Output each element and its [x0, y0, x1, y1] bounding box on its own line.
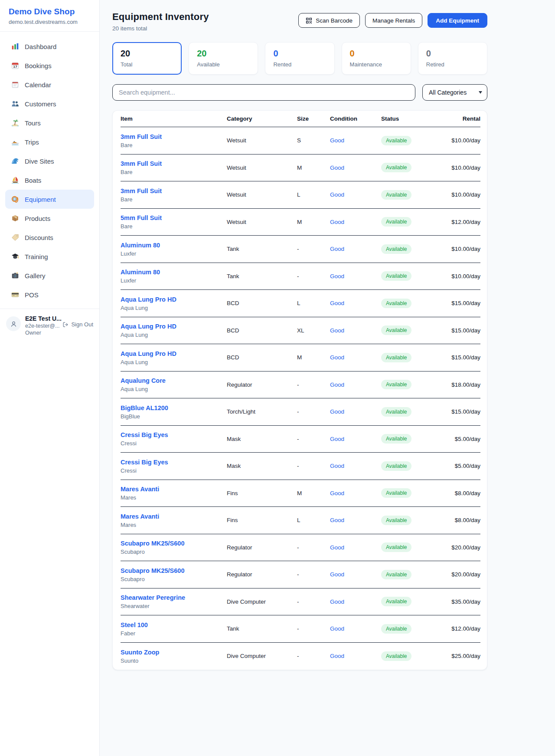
item-condition[interactable]: Good [330, 653, 381, 659]
stat-label-total: Total [121, 61, 173, 68]
table-row[interactable]: Shearwater Peregrine Shearwater Dive Com… [121, 588, 480, 616]
sidebar-item-label: Equipment [25, 196, 56, 203]
item-link[interactable]: 3mm Full Suit [121, 187, 162, 194]
item-link[interactable]: Aluminum 80 [121, 242, 160, 249]
item-link[interactable]: Mares Avanti [121, 513, 159, 520]
table-row[interactable]: Mares Avanti Mares Fins L Good Available… [121, 507, 480, 534]
sidebar-item-gallery[interactable]: Gallery [5, 266, 94, 285]
item-brand: Aqua Lung [121, 305, 227, 311]
category-select-wrap: All Categories [422, 84, 487, 101]
add-equipment-button[interactable]: Add Equipment [428, 13, 487, 28]
table-row[interactable]: 3mm Full Suit Bare Wetsuit S Good Availa… [121, 127, 480, 154]
sidebar-item-pos[interactable]: POS [5, 285, 94, 304]
sidebar-item-dashboard[interactable]: Dashboard [5, 37, 94, 56]
item-link[interactable]: Scubapro MK25/S600 [121, 540, 184, 547]
status-cell: Available [381, 190, 448, 200]
item-link[interactable]: BigBlue AL1200 [121, 404, 168, 411]
item-rental: $15.00/day [448, 408, 480, 415]
table-row[interactable]: Scubapro MK25/S600 Scubapro Regulator - … [121, 561, 480, 588]
status-cell: Available [381, 217, 448, 227]
item-condition[interactable]: Good [330, 517, 381, 523]
table-row[interactable]: Aluminum 80 Luxfer Tank - Good Available… [121, 236, 480, 263]
manage-rentals-button[interactable]: Manage Rentals [365, 13, 422, 28]
table-row[interactable]: BigBlue AL1200 BigBlue Torch/Light - Goo… [121, 398, 480, 426]
sidebar-item-dive-sites[interactable]: Dive Sites [5, 151, 94, 171]
item-condition[interactable]: Good [330, 246, 381, 252]
item-link[interactable]: Aqua Lung Pro HD [121, 296, 176, 303]
table-row[interactable]: Cressi Big Eyes Cressi Mask - Good Avail… [121, 426, 480, 453]
item-link[interactable]: 5mm Full Suit [121, 214, 162, 221]
sidebar-item-bookings[interactable]: 17 Bookings [5, 56, 94, 75]
sidebar-item-trips[interactable]: Trips [5, 132, 94, 151]
status-badge: Available [381, 488, 411, 498]
item-rental: $10.00/day [448, 191, 480, 198]
user-section: E2E Test U... e2e-tester@... Owner Sign … [0, 309, 99, 336]
stat-card-maintenance[interactable]: 0 Maintenance [342, 42, 411, 75]
table-row[interactable]: 5mm Full Suit Bare Wetsuit M Good Availa… [121, 209, 480, 236]
item-link[interactable]: Aqua Lung Pro HD [121, 323, 176, 330]
sidebar-item-customers[interactable]: Customers [5, 94, 94, 113]
item-link[interactable]: Suunto Zoop [121, 649, 159, 656]
item-condition[interactable]: Good [330, 191, 381, 198]
item-link[interactable]: Shearwater Peregrine [121, 594, 185, 601]
table-row[interactable]: Aqualung Core Aqua Lung Regulator - Good… [121, 371, 480, 399]
table-row[interactable]: Aluminum 80 Luxfer Tank - Good Available… [121, 263, 480, 290]
sign-out-button[interactable]: Sign Out [62, 321, 93, 328]
table-row[interactable]: 3mm Full Suit Bare Wetsuit L Good Availa… [121, 181, 480, 209]
item-link[interactable]: Aluminum 80 [121, 269, 160, 276]
table-row[interactable]: 3mm Full Suit Bare Wetsuit M Good Availa… [121, 154, 480, 182]
table-row[interactable]: Suunto Zoop Suunto Dive Computer - Good … [121, 643, 480, 670]
item-condition[interactable]: Good [330, 327, 381, 334]
item-link[interactable]: 3mm Full Suit [121, 160, 162, 167]
table-row[interactable]: Steel 100 Faber Tank - Good Available $1… [121, 615, 480, 643]
item-condition[interactable]: Good [330, 598, 381, 605]
item-link[interactable]: Cressi Big Eyes [121, 459, 168, 466]
category-select[interactable]: All Categories [422, 84, 487, 101]
table-row[interactable]: Scubapro MK25/S600 Scubapro Regulator - … [121, 534, 480, 562]
stat-value-rented: 0 [273, 49, 326, 59]
table-row[interactable]: Aqua Lung Pro HD Aqua Lung BCD XL Good A… [121, 317, 480, 345]
sidebar-item-training[interactable]: Training [5, 247, 94, 266]
item-link[interactable]: Aqualung Core [121, 377, 166, 384]
item-link[interactable]: Scubapro MK25/S600 [121, 567, 184, 574]
sidebar-item-discounts[interactable]: Discounts [5, 228, 94, 247]
item-rental: $20.00/day [448, 544, 480, 551]
table-row[interactable]: Aqua Lung Pro HD Aqua Lung BCD L Good Av… [121, 290, 480, 317]
stat-card-available[interactable]: 20 Available [189, 42, 258, 75]
item-condition[interactable]: Good [330, 436, 381, 442]
sidebar-item-calendar[interactable]: Calendar [5, 75, 94, 94]
item-condition[interactable]: Good [330, 625, 381, 632]
item-link[interactable]: Aqua Lung Pro HD [121, 350, 176, 357]
stat-card-rented[interactable]: 0 Rented [265, 42, 334, 75]
item-link[interactable]: Cressi Big Eyes [121, 431, 168, 438]
table-row[interactable]: Mares Avanti Mares Fins M Good Available… [121, 480, 480, 507]
item-condition[interactable]: Good [330, 273, 381, 279]
sidebar-item-equipment[interactable]: Equipment [5, 190, 94, 209]
item-condition[interactable]: Good [330, 490, 381, 496]
table-row[interactable]: Cressi Big Eyes Cressi Mask - Good Avail… [121, 453, 480, 480]
table-row[interactable]: Aqua Lung Pro HD Aqua Lung BCD M Good Av… [121, 344, 480, 371]
search-input[interactable] [112, 84, 415, 101]
stat-card-retired[interactable]: 0 Retired [418, 42, 487, 75]
item-condition[interactable]: Good [330, 219, 381, 225]
item-condition[interactable]: Good [330, 381, 381, 388]
item-condition[interactable]: Good [330, 164, 381, 171]
scan-barcode-button[interactable]: Scan Barcode [298, 13, 360, 28]
item-condition[interactable]: Good [330, 463, 381, 469]
item-condition[interactable]: Good [330, 544, 381, 551]
item-rental: $15.00/day [448, 300, 480, 306]
item-size: M [297, 354, 330, 361]
item-condition[interactable]: Good [330, 408, 381, 415]
item-link[interactable]: Steel 100 [121, 621, 148, 628]
item-condition[interactable]: Good [330, 354, 381, 361]
sidebar-item-tours[interactable]: Tours [5, 113, 94, 132]
stat-card-total[interactable]: 20 Total [112, 42, 182, 75]
item-link[interactable]: Mares Avanti [121, 486, 159, 493]
item-rental: $12.00/day [448, 625, 480, 632]
sidebar-item-products[interactable]: Products [5, 209, 94, 228]
item-link[interactable]: 3mm Full Suit [121, 133, 162, 140]
item-condition[interactable]: Good [330, 137, 381, 144]
sidebar-item-boats[interactable]: Boats [5, 171, 94, 190]
item-condition[interactable]: Good [330, 571, 381, 578]
item-condition[interactable]: Good [330, 300, 381, 306]
